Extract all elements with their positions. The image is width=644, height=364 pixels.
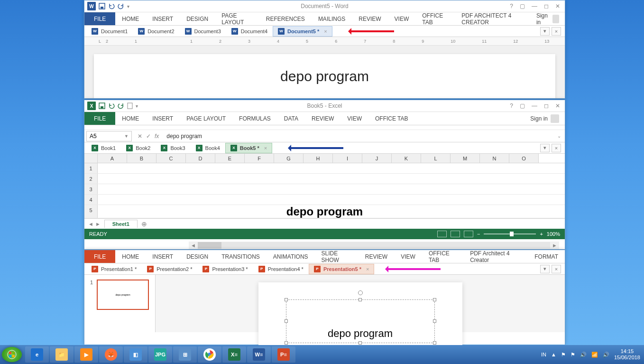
book-tab[interactable]: XBook2 [121, 143, 156, 153]
doc-tab[interactable]: WDocument4 [226, 26, 273, 37]
presentation-tab-active[interactable]: PPresentation5 *× [309, 264, 375, 274]
language-indicator[interactable]: IN [541, 352, 546, 357]
taskbar-excel[interactable]: X≡ [222, 346, 246, 363]
slide-title-text[interactable]: depo program [328, 327, 393, 340]
ribbon-options-icon[interactable]: ▢ [520, 103, 525, 109]
expand-formula-icon[interactable]: ⌄ [553, 133, 565, 139]
undo-icon[interactable] [108, 103, 115, 109]
taskbar-ie[interactable]: e [25, 346, 49, 363]
ribbon-tab-pagelayout[interactable]: PAGE LAYOUT [215, 12, 259, 25]
ribbon-tab-format[interactable]: FORMAT [528, 250, 565, 263]
file-tab[interactable]: FILE [84, 112, 115, 125]
col-header[interactable]: A [98, 154, 127, 163]
taskbar-word[interactable]: W≡ [247, 346, 271, 363]
ribbon-tab-officetab[interactable]: OFFICE TAB [422, 250, 463, 263]
formula-input[interactable]: depo program [163, 133, 553, 140]
taskbar-mediaplayer[interactable]: ▶ [74, 346, 98, 363]
tabs-close-button[interactable]: × [552, 144, 561, 152]
page-break-view-icon[interactable] [464, 231, 473, 237]
file-tab[interactable]: FILE [84, 12, 115, 25]
ribbon-tab-officetab[interactable]: OFFICE TAB [415, 12, 455, 25]
ribbon-tab-insert[interactable]: INSERT [146, 112, 180, 125]
maximize-icon[interactable]: ◻ [544, 103, 549, 109]
col-header[interactable]: O [509, 154, 539, 163]
ribbon-tab-home[interactable]: HOME [115, 12, 146, 25]
zoom-out-icon[interactable]: − [477, 231, 480, 237]
sheet-nav-prev-icon[interactable]: ◄ [88, 221, 93, 227]
clock[interactable]: 14:15 15/06/2018 [614, 348, 640, 361]
ribbon-tab-insert[interactable]: INSERT [146, 250, 180, 263]
ribbon-options-icon[interactable]: ▢ [520, 3, 525, 9]
doc-tab-active[interactable]: WDocument5 *× [273, 26, 332, 37]
ribbon-tab-pdfarchitect[interactable]: PDF Architect 4 Creator [463, 250, 528, 263]
name-box[interactable]: A5▼ [86, 131, 132, 141]
enter-icon[interactable]: ✓ [146, 133, 151, 140]
taskbar-calculator[interactable]: ⊞ [173, 346, 197, 363]
start-button[interactable] [2, 347, 22, 362]
spreadsheet-grid[interactable]: A B C D E F G H I J K L M N O 1 2 3 4 5d… [84, 154, 565, 218]
ribbon-tab-insert[interactable]: INSERT [146, 12, 180, 25]
book-tab[interactable]: XBook3 [156, 143, 190, 153]
taskbar-app[interactable]: ◧ [124, 346, 147, 363]
book-tab[interactable]: XBook1 [86, 143, 121, 153]
taskbar-powerpoint[interactable]: P≡ [272, 346, 295, 363]
ribbon-tab-review[interactable]: REVIEW [352, 12, 387, 25]
col-header[interactable]: G [274, 154, 304, 163]
action-center-icon[interactable]: ⚑ [561, 352, 566, 358]
word-titlebar[interactable]: W ▾ Document5 - Word ? ▢ — ◻ ✕ [84, 0, 565, 12]
sheet-nav-next-icon[interactable]: ► [95, 221, 101, 227]
word-document-area[interactable]: depo program [84, 46, 565, 98]
col-header[interactable]: E [215, 154, 245, 163]
tabs-menu-button[interactable]: ▾ [540, 265, 550, 273]
taskbar-explorer[interactable]: 📁 [50, 346, 74, 363]
tray-icon[interactable]: ⚑ [570, 352, 575, 358]
ribbon-tab-data[interactable]: DATA [277, 112, 305, 125]
presentation-tab[interactable]: PPresentation1 * [86, 264, 142, 274]
col-header[interactable]: C [156, 154, 186, 163]
ribbon-tab-review[interactable]: REVIEW [359, 250, 394, 263]
slide-edit-area[interactable]: depo program [156, 275, 565, 332]
col-header[interactable]: N [480, 154, 509, 163]
taskbar-chrome[interactable] [198, 346, 221, 363]
book-tab[interactable]: XBook4 [191, 143, 225, 153]
signin-button[interactable]: Sign in [524, 112, 565, 125]
redo-icon[interactable] [118, 3, 124, 9]
row-header[interactable]: 3 [84, 184, 98, 194]
taskbar-firefox[interactable]: 🦊 [99, 346, 123, 363]
ribbon-tab-design[interactable]: DESIGN [180, 12, 215, 25]
sheet-tab[interactable]: Sheet1 [104, 220, 138, 228]
row-header[interactable]: 4 [84, 195, 98, 205]
ribbon-tab-home[interactable]: HOME [115, 112, 146, 125]
qat-customize-icon[interactable]: ▾ [136, 103, 138, 109]
minimize-icon[interactable]: — [532, 3, 537, 9]
document-text[interactable]: depo program [280, 68, 369, 84]
cancel-icon[interactable]: ✕ [138, 133, 142, 140]
close-tab-icon[interactable]: × [264, 145, 267, 151]
maximize-icon[interactable]: ◻ [544, 3, 549, 9]
select-all-corner[interactable] [84, 154, 98, 163]
close-icon[interactable]: ✕ [555, 3, 560, 9]
page-layout-view-icon[interactable] [451, 231, 460, 237]
ribbon-tab-review[interactable]: REVIEW [305, 112, 340, 125]
ribbon-tab-pdfarchitect[interactable]: PDF ARCHITECT 4 CREATOR [455, 12, 531, 25]
ribbon-tab-pagelayout[interactable]: PAGE LAYOUT [180, 112, 232, 125]
redo-icon[interactable] [118, 103, 124, 109]
zoom-slider[interactable] [484, 233, 536, 234]
ribbon-tab-references[interactable]: REFERENCES [259, 12, 312, 25]
zoom-in-icon[interactable]: + [540, 231, 543, 237]
col-header[interactable]: J [362, 154, 392, 163]
horizontal-scrollbar[interactable]: ◄► [189, 242, 559, 249]
ribbon-tab-slideshow[interactable]: SLIDE SHOW [315, 250, 359, 263]
slide-thumbnail[interactable]: depo program [97, 280, 149, 310]
save-icon[interactable] [99, 103, 105, 109]
ribbon-tab-transitions[interactable]: TRANSITIONS [215, 250, 267, 263]
doc-tab[interactable]: WDocument2 [133, 26, 179, 37]
ribbon-tab-mailings[interactable]: MAILINGS [312, 12, 352, 25]
zoom-level[interactable]: 100% [547, 231, 560, 237]
undo-icon[interactable] [108, 3, 115, 9]
doc-tab[interactable]: WDocument1 [86, 26, 133, 37]
network-icon[interactable]: 📶 [591, 352, 598, 358]
tabs-menu-button[interactable]: ▾ [540, 144, 550, 152]
doc-tab[interactable]: WDocument3 [180, 26, 226, 37]
presentation-tab[interactable]: PPresentation3 * [197, 264, 253, 274]
